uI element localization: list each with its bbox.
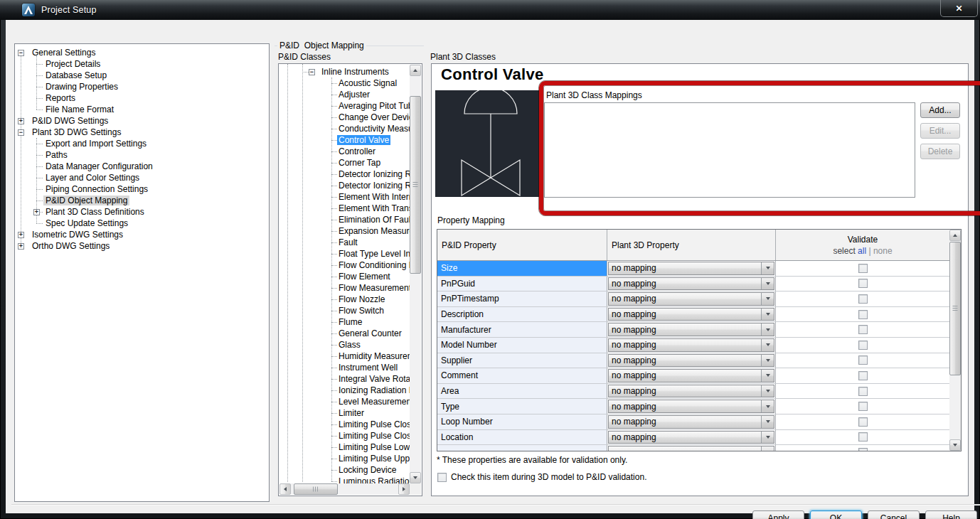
pid-class-tree-item-glass[interactable]: Glass	[279, 339, 410, 351]
validate-checkbox[interactable]	[858, 325, 868, 334]
dropdown-arrow-icon[interactable]	[761, 400, 774, 412]
validate-checkbox[interactable]	[858, 402, 868, 411]
validate-checkbox[interactable]	[858, 448, 868, 451]
validate-checkbox[interactable]	[858, 417, 868, 427]
pid-class-tree-item-ionizing-radiation-me[interactable]: Ionizing Radiation Me	[279, 385, 410, 396]
validate-checkbox[interactable]	[858, 432, 868, 442]
scrollbar-thumb[interactable]	[949, 242, 961, 375]
settings-tree-item-piping-connection-settings[interactable]: Piping Connection Settings	[15, 183, 269, 195]
dropdown-arrow-icon[interactable]	[761, 309, 774, 321]
plant3d-property-select[interactable]: no mapping	[608, 277, 774, 291]
pid-class-tree-item-change-over-device[interactable]: Change Over Device	[279, 112, 410, 123]
validate-checkbox[interactable]	[858, 387, 868, 396]
dropdown-arrow-icon[interactable]	[761, 278, 774, 290]
minus-expander-icon[interactable]: −	[309, 69, 315, 75]
scroll-left-button[interactable]	[279, 483, 291, 495]
plus-expander-icon[interactable]: +	[18, 232, 24, 238]
pid-property-cell[interactable]: Size	[437, 261, 607, 276]
plus-expander-icon[interactable]: +	[33, 209, 40, 215]
class-mappings-list[interactable]	[544, 102, 915, 198]
validate-checkbox[interactable]	[858, 371, 868, 380]
dropdown-arrow-icon[interactable]	[761, 355, 774, 367]
plant3d-property-select[interactable]: no mapping	[608, 385, 774, 398]
pid-class-tree-item-limiting-pulse-upper[interactable]: Limiting Pulse Upper	[279, 453, 410, 464]
settings-tree-item-plant-3d-dwg-settings[interactable]: −Plant 3D DWG Settings	[15, 127, 269, 138]
pid-class-tree-item-float-type-level-indi[interactable]: Float Type Level Indi	[279, 248, 410, 260]
help-button[interactable]: Help	[925, 510, 977, 519]
pid-class-tree-root-inline-instruments[interactable]: −Inline Instruments	[279, 66, 410, 77]
plus-expander-icon[interactable]: +	[18, 118, 24, 124]
pid-class-tree-item-acoustic-signal[interactable]: Acoustic Signal	[279, 77, 410, 89]
dropdown-arrow-icon[interactable]	[761, 262, 774, 274]
settings-tree-item-p-id-object-mapping[interactable]: P&ID Object Mapping	[15, 195, 269, 206]
pid-property-cell[interactable]: Type	[437, 399, 607, 414]
cancel-button[interactable]: Cancel	[868, 510, 920, 519]
settings-tree-item-ortho-dwg-settings[interactable]: +Ortho DWG Settings	[15, 240, 269, 252]
plant3d-property-select[interactable]: no mapping	[608, 400, 774, 413]
ok-button[interactable]: OK	[810, 510, 862, 519]
scroll-up-button[interactable]	[410, 65, 421, 76]
validation-checkbox[interactable]	[437, 473, 447, 482]
pid-property-cell[interactable]: Manufacturer	[437, 322, 607, 337]
scrollbar-thumb[interactable]	[410, 96, 421, 274]
pid-property-cell[interactable]: Area	[437, 384, 607, 399]
pid-class-tree-item-general-counter[interactable]: General Counter	[279, 328, 410, 339]
validate-checkbox[interactable]	[858, 341, 868, 350]
minus-expander-icon[interactable]: −	[18, 50, 24, 56]
plant3d-property-select[interactable]: no mapping	[608, 369, 774, 382]
dropdown-arrow-icon[interactable]	[761, 323, 774, 336]
settings-tree-item-data-manager-configuration[interactable]: Data Manager Configuration	[15, 161, 269, 172]
pid-class-tree-item-element-with-transm[interactable]: Element With Transm	[279, 203, 410, 214]
select-all-link[interactable]: all	[858, 246, 866, 256]
table-vertical-scrollbar[interactable]	[949, 230, 961, 451]
dropdown-arrow-icon[interactable]	[761, 370, 774, 382]
plant3d-property-select[interactable]: no mapping	[608, 323, 774, 336]
settings-tree-item-p-id-dwg-settings[interactable]: +P&ID DWG Settings	[15, 115, 269, 127]
pid-class-tree-item-averaging-pitot-tube[interactable]: Averaging Pitot Tube	[279, 100, 410, 112]
plus-expander-icon[interactable]: +	[18, 243, 24, 250]
pid-class-tree-item-limiting-pulse-lower[interactable]: Limiting Pulse Lower	[279, 442, 410, 453]
validate-checkbox[interactable]	[858, 355, 868, 365]
plant3d-property-select[interactable]: no mapping	[608, 308, 774, 321]
pid-property-cell[interactable]: Loop Number	[437, 414, 607, 429]
dropdown-arrow-icon[interactable]	[761, 385, 774, 397]
pid-class-tree-item-flow-measurement[interactable]: Flow Measurement	[279, 282, 410, 294]
pid-class-tree-item-fault[interactable]: Fault	[279, 237, 410, 248]
scroll-right-button[interactable]	[398, 483, 410, 495]
horizontal-scrollbar[interactable]	[279, 483, 410, 495]
close-button[interactable]: ✕	[940, 0, 978, 17]
settings-tree-item-spec-update-settings[interactable]: Spec Update Settings	[15, 218, 269, 229]
pid-class-tree-item-level-measurement[interactable]: Level Measurement	[279, 396, 410, 407]
pid-class-tree-item-humidity-measureme[interactable]: Humidity Measureme	[279, 351, 410, 362]
pid-property-cell[interactable]: PnPTimestamp	[437, 291, 607, 306]
settings-tree-item-paths[interactable]: Paths	[15, 149, 269, 161]
plant3d-property-select[interactable]: no mapping	[608, 338, 774, 352]
pid-class-tree-item-flow-conditioning-de[interactable]: Flow Conditioning De	[279, 260, 410, 271]
settings-tree-item-export-and-import-settings[interactable]: Export and Import Settings	[15, 138, 269, 149]
pid-class-tree-item-luminous-radiation-i[interactable]: Luminous Radiation I	[279, 476, 410, 483]
pid-class-tree-item-locking-device[interactable]: Locking Device	[279, 464, 410, 476]
dropdown-arrow-icon[interactable]	[761, 416, 774, 428]
pid-class-tree-item-integral-valve-rotam[interactable]: Integral Valve Rotam	[279, 373, 410, 385]
plant3d-property-select[interactable]: no mapping	[608, 415, 774, 429]
pid-class-tree-item-limiting-pulse-closes[interactable]: Limiting Pulse Closes	[279, 430, 410, 442]
pid-class-tree-item-detector-ionizing-ra[interactable]: Detector Ionizing Ra	[279, 180, 410, 191]
pid-property-cell[interactable]: Location	[437, 430, 607, 445]
dropdown-arrow-icon[interactable]	[761, 432, 774, 444]
scroll-down-button[interactable]	[410, 472, 421, 483]
dropdown-arrow-icon[interactable]	[761, 293, 774, 305]
settings-tree-item-file-name-format[interactable]: File Name Format	[15, 104, 269, 115]
settings-tree-item-project-details[interactable]: Project Details	[15, 58, 269, 70]
pid-class-tree-item-conductivity-measure[interactable]: Conductivity Measure	[279, 123, 410, 134]
delete-button[interactable]: Delete	[920, 144, 960, 159]
minus-expander-icon[interactable]: −	[18, 129, 24, 136]
pid-class-tree-item-limiter[interactable]: Limiter	[279, 407, 410, 419]
pid-property-cell[interactable]: Comment	[437, 368, 607, 383]
vertical-scrollbar[interactable]	[410, 65, 421, 483]
settings-tree-item-drawing-properties[interactable]: Drawing Properties	[15, 81, 269, 92]
pid-property-cell[interactable]: PnPGuid	[437, 277, 607, 291]
pid-class-tree-item-corner-tap[interactable]: Corner Tap	[279, 157, 410, 168]
scrollbar-thumb[interactable]	[294, 483, 338, 495]
pid-class-tree-item-element-with-interna[interactable]: Element With Interna	[279, 191, 410, 203]
dropdown-arrow-icon[interactable]	[761, 339, 774, 351]
